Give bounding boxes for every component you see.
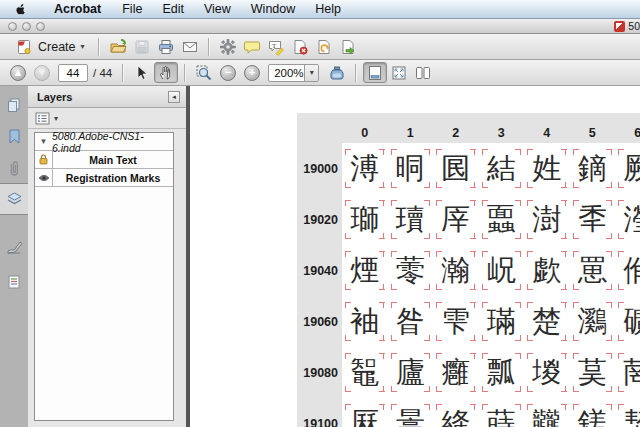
two-page-view-button[interactable] (411, 62, 435, 83)
signatures-icon (6, 239, 23, 255)
open-button[interactable] (106, 36, 130, 57)
document-export-icon (339, 38, 357, 56)
bookmarks-tab[interactable] (0, 121, 28, 151)
hand-tool-button[interactable] (154, 62, 178, 83)
glyph-cell: 袖 (342, 296, 388, 347)
eye-icon[interactable] (35, 169, 53, 186)
zoom-level-select[interactable]: 200% ▾ (268, 64, 319, 82)
menu-item-view[interactable]: View (194, 0, 241, 18)
menu-item-acrobat[interactable]: Acrobat (43, 0, 112, 18)
window-title-bar[interactable]: 50 (0, 19, 640, 34)
attachments-tab[interactable] (0, 153, 28, 183)
page-number-input[interactable]: 44 (58, 64, 88, 82)
fit-page-button[interactable] (387, 62, 411, 83)
glyph-cell: 雫 (433, 296, 479, 347)
document-view[interactable]: 0123456 19000溥晍囻結姓鏑厥19020瑡瓄厗蠠澍秊瀅19040煙蕶瀚… (190, 86, 640, 427)
menu-item-help[interactable]: Help (305, 0, 351, 18)
signatures-tab[interactable] (0, 232, 28, 262)
toolbar-separator (184, 64, 186, 82)
glyph-cell: 厥 (615, 143, 640, 194)
bookmarks-icon (7, 128, 22, 144)
glyph-cell: 瑡 (342, 194, 388, 245)
print-button[interactable] (154, 36, 178, 57)
document-convert-button[interactable] (312, 36, 336, 57)
chevron-down-icon: ▾ (81, 42, 85, 51)
content-tab[interactable] (0, 267, 28, 297)
collapse-pane-button[interactable]: ◂ (168, 91, 180, 103)
glyph-cell: 蕶 (388, 245, 434, 296)
hand-tool-icon (157, 64, 175, 82)
column-header: 4 (524, 113, 570, 143)
glyph-table-row: 19040煙蕶瀚岲歔罳佾 (297, 245, 640, 296)
glyph-cell: 厗 (433, 194, 479, 245)
zoom-in-icon: + (244, 65, 260, 81)
scrolling-mode-button[interactable] (363, 62, 387, 83)
save-button[interactable] (130, 36, 154, 57)
page-thumbnails-tab[interactable] (0, 90, 28, 120)
chevron-down-icon[interactable]: ▾ (304, 65, 318, 81)
column-header: 0 (342, 113, 388, 143)
select-tool-button[interactable] (130, 62, 154, 83)
create-button[interactable]: Create ▾ (8, 36, 92, 57)
layers-options-button[interactable]: ▾ (35, 112, 58, 125)
zoom-in-button[interactable]: + (240, 62, 264, 83)
glyph-cell: 澍 (524, 194, 570, 245)
glyph-cell: 歔 (524, 245, 570, 296)
marquee-zoom-button[interactable] (192, 62, 216, 83)
document-delete-icon (291, 38, 309, 56)
glyph-table-column-headers: 0123456 (342, 113, 640, 143)
select-tool-icon (133, 64, 151, 82)
glyph-cell: 煙 (342, 245, 388, 296)
next-page-button[interactable]: ▼ (30, 62, 54, 83)
previous-page-button[interactable]: ▲ (6, 62, 30, 83)
layers-panel-header: Layers ◂ (28, 86, 186, 108)
row-label: 19000 (297, 143, 342, 194)
document-convert-icon (315, 38, 333, 56)
document-delete-button[interactable] (288, 36, 312, 57)
glyph-cell: 昝 (388, 296, 434, 347)
comment-icon (243, 38, 261, 56)
layers-tree: ▼ 5080.Adobe-CNS1-6.indd Main Text (34, 132, 174, 421)
document-export-button[interactable] (336, 36, 360, 57)
tools-button[interactable] (216, 36, 240, 57)
glyph-table-row: 19020瑡瓄厗蠠澍秊瀅 (297, 194, 640, 245)
lock-icon[interactable] (35, 151, 53, 168)
glyph-cell: 瀅 (615, 194, 640, 245)
layer-row-main-text[interactable]: Main Text (35, 151, 173, 169)
comment-button[interactable] (240, 36, 264, 57)
layer-row-registration-marks[interactable]: Registration Marks (35, 169, 173, 187)
column-header: 6 (615, 113, 640, 143)
layers-tab[interactable] (0, 183, 28, 215)
glyph-cell: 秊 (570, 194, 616, 245)
glyph-cell: 蠠 (479, 194, 525, 245)
menu-item-file[interactable]: File (112, 0, 152, 18)
create-button-label: Create (38, 40, 76, 54)
zoom-window-button[interactable] (36, 22, 45, 31)
chevron-down-icon: ▾ (54, 114, 58, 123)
zoom-out-button[interactable]: − (216, 62, 240, 83)
layers-tree-document-row[interactable]: ▼ 5080.Adobe-CNS1-6.indd (35, 133, 173, 151)
gear-icon (219, 38, 237, 56)
email-button[interactable] (178, 36, 202, 57)
highlight-text-button[interactable]: T (264, 36, 288, 57)
ink-bottle-button[interactable] (325, 62, 349, 83)
minimize-button[interactable] (22, 22, 31, 31)
disclosure-triangle-icon[interactable]: ▼ (35, 133, 52, 150)
apple-icon[interactable] (14, 3, 27, 16)
glyph-table-row: 19080鼅廬癰瓢堫茣菵 (297, 347, 640, 398)
document-layer-name: 5080.Adobe-CNS1-6.indd (52, 133, 173, 150)
row-label: 19040 (297, 245, 342, 296)
menu-item-window[interactable]: Window (241, 0, 305, 18)
pdf-file-icon (614, 21, 625, 32)
glyph-cell: 璊 (479, 296, 525, 347)
layers-options-bar: ▾ (28, 108, 186, 129)
column-header: 1 (388, 113, 434, 143)
page-thumbnails-icon (6, 97, 22, 113)
glyph-cell: 瓄 (388, 194, 434, 245)
glyph-cell: 佾 (615, 245, 640, 296)
close-button[interactable] (8, 22, 17, 31)
print-icon (157, 38, 175, 56)
menu-item-edit[interactable]: Edit (152, 0, 194, 18)
svg-text:T: T (272, 41, 277, 49)
navigation-pane-strip (0, 86, 29, 427)
